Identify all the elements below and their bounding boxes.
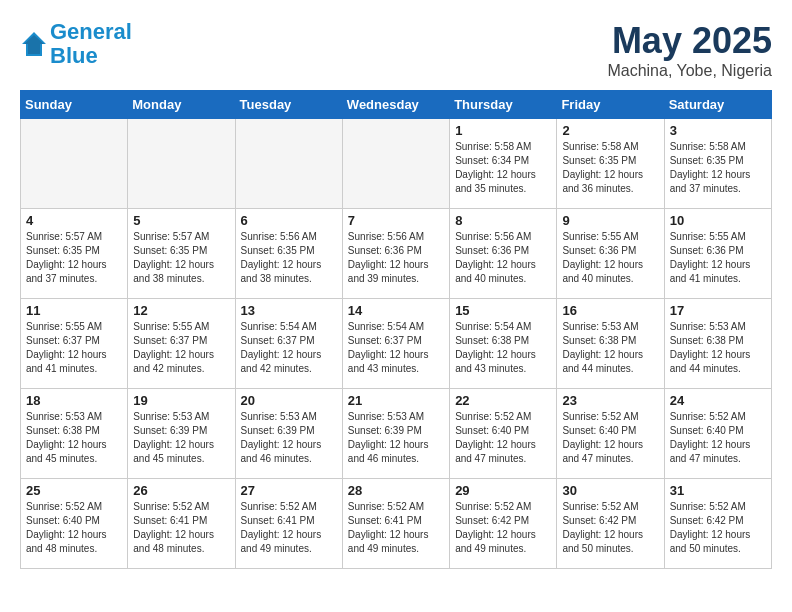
calendar-cell: 12Sunrise: 5:55 AMSunset: 6:37 PMDayligh… xyxy=(128,299,235,389)
day-number: 20 xyxy=(241,393,337,408)
day-info: Sunrise: 5:53 AMSunset: 6:39 PMDaylight:… xyxy=(241,410,337,466)
calendar-cell: 18Sunrise: 5:53 AMSunset: 6:38 PMDayligh… xyxy=(21,389,128,479)
calendar-cell: 16Sunrise: 5:53 AMSunset: 6:38 PMDayligh… xyxy=(557,299,664,389)
day-info: Sunrise: 5:55 AMSunset: 6:36 PMDaylight:… xyxy=(562,230,658,286)
day-info: Sunrise: 5:52 AMSunset: 6:40 PMDaylight:… xyxy=(562,410,658,466)
calendar-cell: 21Sunrise: 5:53 AMSunset: 6:39 PMDayligh… xyxy=(342,389,449,479)
calendar-cell: 29Sunrise: 5:52 AMSunset: 6:42 PMDayligh… xyxy=(450,479,557,569)
day-info: Sunrise: 5:58 AMSunset: 6:34 PMDaylight:… xyxy=(455,140,551,196)
calendar-cell xyxy=(21,119,128,209)
calendar-week-row: 25Sunrise: 5:52 AMSunset: 6:40 PMDayligh… xyxy=(21,479,772,569)
calendar-cell: 19Sunrise: 5:53 AMSunset: 6:39 PMDayligh… xyxy=(128,389,235,479)
day-number: 21 xyxy=(348,393,444,408)
day-info: Sunrise: 5:58 AMSunset: 6:35 PMDaylight:… xyxy=(670,140,766,196)
calendar-cell: 5Sunrise: 5:57 AMSunset: 6:35 PMDaylight… xyxy=(128,209,235,299)
calendar-cell: 25Sunrise: 5:52 AMSunset: 6:40 PMDayligh… xyxy=(21,479,128,569)
day-number: 11 xyxy=(26,303,122,318)
logo-general: General xyxy=(50,19,132,44)
day-info: Sunrise: 5:57 AMSunset: 6:35 PMDaylight:… xyxy=(26,230,122,286)
day-info: Sunrise: 5:56 AMSunset: 6:36 PMDaylight:… xyxy=(455,230,551,286)
weekday-header: Tuesday xyxy=(235,91,342,119)
day-info: Sunrise: 5:55 AMSunset: 6:37 PMDaylight:… xyxy=(26,320,122,376)
day-info: Sunrise: 5:52 AMSunset: 6:42 PMDaylight:… xyxy=(455,500,551,556)
title-block: May 2025 Machina, Yobe, Nigeria xyxy=(607,20,772,80)
weekday-header: Thursday xyxy=(450,91,557,119)
logo: General Blue xyxy=(20,20,132,68)
logo-icon xyxy=(20,30,48,58)
day-info: Sunrise: 5:52 AMSunset: 6:42 PMDaylight:… xyxy=(670,500,766,556)
day-number: 2 xyxy=(562,123,658,138)
calendar-week-row: 4Sunrise: 5:57 AMSunset: 6:35 PMDaylight… xyxy=(21,209,772,299)
calendar-cell: 2Sunrise: 5:58 AMSunset: 6:35 PMDaylight… xyxy=(557,119,664,209)
calendar-cell: 14Sunrise: 5:54 AMSunset: 6:37 PMDayligh… xyxy=(342,299,449,389)
day-number: 26 xyxy=(133,483,229,498)
calendar-cell: 28Sunrise: 5:52 AMSunset: 6:41 PMDayligh… xyxy=(342,479,449,569)
day-info: Sunrise: 5:56 AMSunset: 6:36 PMDaylight:… xyxy=(348,230,444,286)
weekday-header: Friday xyxy=(557,91,664,119)
calendar-cell: 6Sunrise: 5:56 AMSunset: 6:35 PMDaylight… xyxy=(235,209,342,299)
location-title: Machina, Yobe, Nigeria xyxy=(607,62,772,80)
calendar-cell: 23Sunrise: 5:52 AMSunset: 6:40 PMDayligh… xyxy=(557,389,664,479)
day-number: 19 xyxy=(133,393,229,408)
month-title: May 2025 xyxy=(607,20,772,62)
calendar-cell: 26Sunrise: 5:52 AMSunset: 6:41 PMDayligh… xyxy=(128,479,235,569)
logo-blue: Blue xyxy=(50,43,98,68)
day-number: 15 xyxy=(455,303,551,318)
day-number: 22 xyxy=(455,393,551,408)
calendar-cell: 1Sunrise: 5:58 AMSunset: 6:34 PMDaylight… xyxy=(450,119,557,209)
calendar-cell: 4Sunrise: 5:57 AMSunset: 6:35 PMDaylight… xyxy=(21,209,128,299)
day-info: Sunrise: 5:52 AMSunset: 6:41 PMDaylight:… xyxy=(133,500,229,556)
page-header: General Blue May 2025 Machina, Yobe, Nig… xyxy=(20,20,772,80)
day-info: Sunrise: 5:57 AMSunset: 6:35 PMDaylight:… xyxy=(133,230,229,286)
day-number: 10 xyxy=(670,213,766,228)
calendar-cell: 15Sunrise: 5:54 AMSunset: 6:38 PMDayligh… xyxy=(450,299,557,389)
day-info: Sunrise: 5:53 AMSunset: 6:38 PMDaylight:… xyxy=(670,320,766,376)
day-info: Sunrise: 5:53 AMSunset: 6:38 PMDaylight:… xyxy=(26,410,122,466)
day-number: 4 xyxy=(26,213,122,228)
day-info: Sunrise: 5:52 AMSunset: 6:40 PMDaylight:… xyxy=(670,410,766,466)
day-number: 28 xyxy=(348,483,444,498)
calendar-cell: 13Sunrise: 5:54 AMSunset: 6:37 PMDayligh… xyxy=(235,299,342,389)
day-info: Sunrise: 5:54 AMSunset: 6:38 PMDaylight:… xyxy=(455,320,551,376)
calendar-cell: 27Sunrise: 5:52 AMSunset: 6:41 PMDayligh… xyxy=(235,479,342,569)
calendar-cell: 24Sunrise: 5:52 AMSunset: 6:40 PMDayligh… xyxy=(664,389,771,479)
calendar-cell: 9Sunrise: 5:55 AMSunset: 6:36 PMDaylight… xyxy=(557,209,664,299)
day-number: 16 xyxy=(562,303,658,318)
day-info: Sunrise: 5:55 AMSunset: 6:37 PMDaylight:… xyxy=(133,320,229,376)
day-number: 13 xyxy=(241,303,337,318)
calendar-cell: 11Sunrise: 5:55 AMSunset: 6:37 PMDayligh… xyxy=(21,299,128,389)
calendar-table: SundayMondayTuesdayWednesdayThursdayFrid… xyxy=(20,90,772,569)
day-info: Sunrise: 5:52 AMSunset: 6:42 PMDaylight:… xyxy=(562,500,658,556)
day-info: Sunrise: 5:52 AMSunset: 6:40 PMDaylight:… xyxy=(455,410,551,466)
calendar-week-row: 11Sunrise: 5:55 AMSunset: 6:37 PMDayligh… xyxy=(21,299,772,389)
day-info: Sunrise: 5:54 AMSunset: 6:37 PMDaylight:… xyxy=(241,320,337,376)
day-number: 14 xyxy=(348,303,444,318)
day-number: 5 xyxy=(133,213,229,228)
calendar-cell: 3Sunrise: 5:58 AMSunset: 6:35 PMDaylight… xyxy=(664,119,771,209)
day-number: 3 xyxy=(670,123,766,138)
calendar-cell: 22Sunrise: 5:52 AMSunset: 6:40 PMDayligh… xyxy=(450,389,557,479)
day-number: 17 xyxy=(670,303,766,318)
day-number: 18 xyxy=(26,393,122,408)
calendar-cell: 17Sunrise: 5:53 AMSunset: 6:38 PMDayligh… xyxy=(664,299,771,389)
day-number: 29 xyxy=(455,483,551,498)
day-number: 9 xyxy=(562,213,658,228)
day-info: Sunrise: 5:52 AMSunset: 6:41 PMDaylight:… xyxy=(348,500,444,556)
day-number: 31 xyxy=(670,483,766,498)
day-info: Sunrise: 5:58 AMSunset: 6:35 PMDaylight:… xyxy=(562,140,658,196)
day-number: 8 xyxy=(455,213,551,228)
day-info: Sunrise: 5:53 AMSunset: 6:38 PMDaylight:… xyxy=(562,320,658,376)
day-info: Sunrise: 5:54 AMSunset: 6:37 PMDaylight:… xyxy=(348,320,444,376)
calendar-cell xyxy=(235,119,342,209)
calendar-cell: 8Sunrise: 5:56 AMSunset: 6:36 PMDaylight… xyxy=(450,209,557,299)
weekday-header: Sunday xyxy=(21,91,128,119)
calendar-cell: 20Sunrise: 5:53 AMSunset: 6:39 PMDayligh… xyxy=(235,389,342,479)
weekday-header: Wednesday xyxy=(342,91,449,119)
day-number: 6 xyxy=(241,213,337,228)
calendar-cell xyxy=(342,119,449,209)
day-info: Sunrise: 5:53 AMSunset: 6:39 PMDaylight:… xyxy=(348,410,444,466)
weekday-header: Saturday xyxy=(664,91,771,119)
calendar-cell: 31Sunrise: 5:52 AMSunset: 6:42 PMDayligh… xyxy=(664,479,771,569)
calendar-cell: 7Sunrise: 5:56 AMSunset: 6:36 PMDaylight… xyxy=(342,209,449,299)
day-number: 27 xyxy=(241,483,337,498)
